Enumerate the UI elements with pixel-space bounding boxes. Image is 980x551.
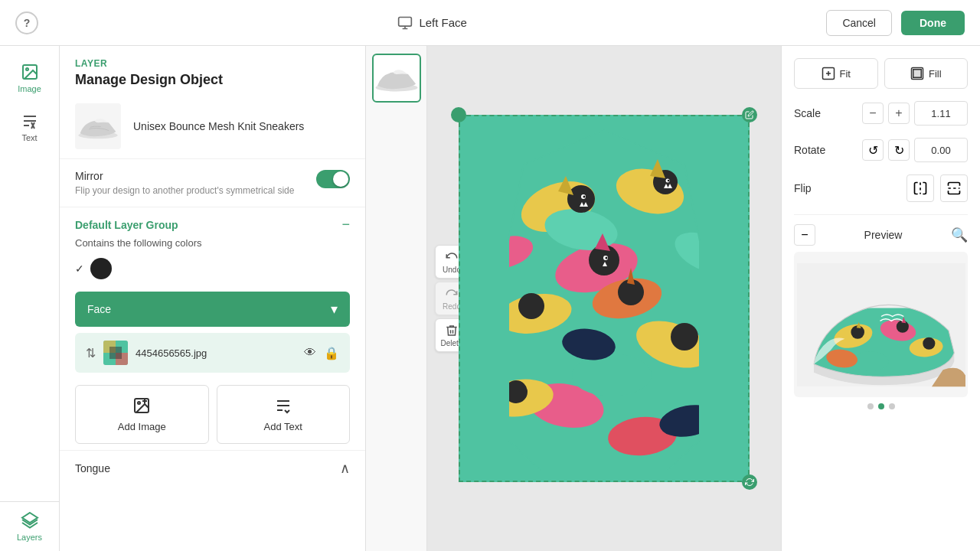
preview-image-container [794,252,968,397]
scale-increase-button[interactable]: + [888,103,910,124]
flip-controls [906,174,968,202]
handle-rotate[interactable] [742,474,757,490]
mirror-desc: Flip your design to another product's sy… [75,185,307,196]
help-icon[interactable]: ? [15,11,38,34]
preview-zoom-button[interactable]: 🔍 [951,227,968,243]
product-name: Unisex Bounce Mesh Knit Sneakers [133,120,304,132]
svg-rect-8 [109,347,122,359]
fit-button[interactable]: Fit [794,58,878,89]
flip-row: Flip [794,174,968,202]
panel-label: LAYER [75,58,350,69]
edit-handle-icon [745,110,754,119]
mirror-toggle[interactable] [316,170,350,188]
svg-point-43 [668,180,669,181]
tongue-header[interactable]: Tongue ∧ [60,451,365,486]
svg-rect-53 [913,70,922,78]
canvas-area: Undo Redo Delete [427,46,781,551]
layer-group-collapse-btn[interactable]: − [341,217,350,233]
product-info: Unisex Bounce Mesh Knit Sneakers [60,94,365,159]
layer-group-title: Default Layer Group [75,219,178,231]
scale-row: Scale − + [794,101,968,126]
face-thumbnail-item[interactable] [372,54,421,103]
face-dropdown-arrow-icon: ▾ [331,301,338,318]
tongue-section: Tongue ∧ [60,450,365,486]
preview-minus-button[interactable]: − [794,224,815,246]
thumbnail-strip [366,46,427,551]
face-thumb-sneaker [374,59,420,97]
right-panel: Fit Fill Scale − + Rotate ↺ ↻ [781,46,980,551]
rotate-row: Rotate ↺ ↻ [794,138,968,162]
flip-label: Flip [794,182,812,194]
add-text-button[interactable]: Add Text [217,385,351,444]
svg-point-65 [923,337,935,349]
sidebar-item-layers[interactable]: Layers [0,502,59,551]
mirror-row: Mirror Flip your design to another produ… [60,159,365,207]
design-image [459,115,750,482]
toggle-knob [333,171,348,187]
svg-point-2 [26,68,28,70]
flip-v-icon [946,181,962,196]
preview-section: − Preview 🔍 [794,214,968,409]
scale-label: Scale [794,107,821,119]
handle-delete[interactable] [451,107,466,122]
svg-point-41 [583,196,586,198]
preview-dot-2[interactable] [878,403,884,409]
add-image-button[interactable]: Add Image [75,385,209,444]
icon-sidebar: Image Text Layers [0,46,60,551]
cancel-button[interactable]: Cancel [826,10,892,36]
face-dropdown[interactable]: Face ▾ [75,292,350,327]
face-selector: Left Face [397,15,467,31]
svg-point-26 [671,323,698,350]
preview-dot-3[interactable] [889,403,895,409]
sidebar-item-image[interactable]: Image [0,54,59,103]
svg-point-21 [572,354,652,396]
scale-decrease-button[interactable]: − [862,103,884,124]
tongue-collapse-icon: ∧ [340,460,350,477]
preview-title: Preview [864,229,903,241]
tongue-label: Tongue [75,462,110,474]
color-swatch-black[interactable] [90,258,112,279]
fit-icon [822,67,835,80]
fill-button[interactable]: Fill [884,58,969,89]
delete-handle-icon [454,110,463,119]
color-swatch-row: ✓ [60,255,365,289]
image-icon [21,63,39,81]
svg-point-45 [606,257,608,259]
eye-icon[interactable]: 👁 [304,346,316,360]
layer-thumb-image [103,341,128,365]
design-canvas [459,115,750,482]
done-button[interactable]: Done [901,11,965,35]
rotate-cw-button[interactable]: ↻ [888,139,910,161]
fill-icon [910,67,924,80]
flip-h-icon [913,181,928,196]
sidebar-item-text[interactable]: Text [0,103,59,152]
redo-icon [445,287,459,301]
color-check-icon: ✓ [75,262,84,275]
flip-horizontal-button[interactable] [906,174,934,202]
rotate-handle-icon [745,478,754,487]
layer-actions: 👁 🔒 [304,346,339,360]
panel-scrollable: Default Layer Group − Contains the follo… [60,207,365,551]
layer-thumbnail [103,341,128,365]
panel-title: Manage Design Object [75,72,350,88]
layers-top-icon [397,15,413,31]
layers-bottom-icon [21,511,39,530]
scale-input[interactable] [914,101,968,126]
undo-icon [445,250,459,264]
fit-fill-row: Fit Fill [794,58,968,89]
flip-vertical-button[interactable] [940,174,968,202]
panel-header: LAYER Manage Design Object [60,46,365,94]
lock-icon[interactable]: 🔒 [324,346,339,360]
product-thumbnail [75,103,121,149]
drag-handle-icon[interactable]: ⇅ [86,346,96,360]
preview-dot-1[interactable] [867,403,874,409]
rotate-controls: ↺ ↻ [862,138,968,162]
add-text-icon [274,396,292,415]
rotate-input[interactable] [914,138,968,162]
svg-point-10 [138,402,140,404]
text-icon [21,112,39,130]
add-buttons: Add Image Add Text [60,379,365,450]
handle-edit[interactable] [742,107,757,122]
rotate-ccw-button[interactable]: ↺ [862,139,884,161]
layer-item: ⇅ 4454656565.jpg 👁 🔒 [75,333,350,373]
